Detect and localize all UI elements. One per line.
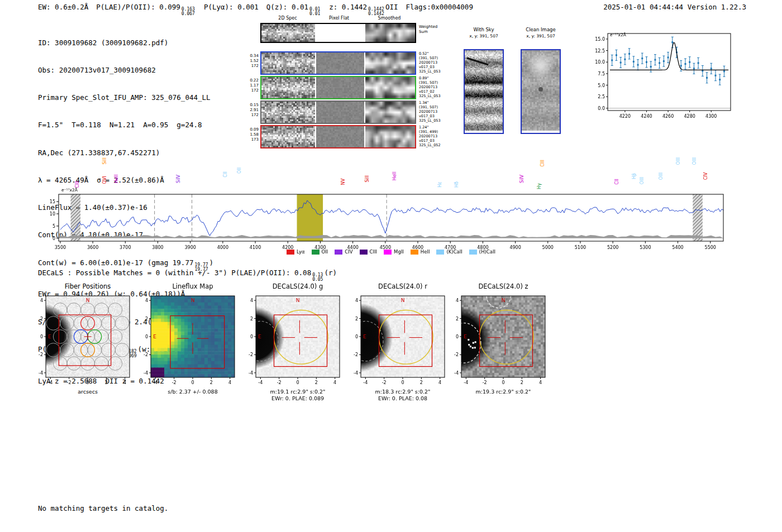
emission-line-label: SiIV: [519, 167, 525, 191]
spec2d-row3-weights: 0.152.91172: [245, 103, 259, 118]
legend-swatch: [469, 250, 477, 255]
legend-swatch: [312, 250, 320, 255]
spec2d-row4-annotation: 1.24"(391, 499)20200713v017_03325_LL_052: [419, 125, 455, 147]
spec2d-row2: [260, 76, 416, 99]
legend-label: CIV: [345, 249, 352, 255]
spec2d-row4: [260, 125, 416, 148]
panel-caption: m:18.3 rc:2.9" s:0.2": [355, 389, 450, 395]
lineflux-map-panel: Lineflux Map s/b: 2.37 +/- 0.088: [127, 282, 245, 395]
emission-line-label: Hβ: [631, 164, 637, 189]
legend-item: (K)CaII: [436, 249, 462, 255]
clean-image-coords: x, y: 391, 507: [516, 33, 566, 39]
emission-line-label: OVI: [102, 168, 108, 193]
emission-line-label: CIV: [703, 164, 709, 189]
elixer-report-page: EW: 0.6±0.2ÅP(LAE)/P(OII): 0.0990.1630.0…: [0, 0, 782, 532]
spec2d-row2-weights: 0.221.17172: [245, 78, 259, 93]
panel-title: Fiber Positions: [46, 282, 130, 290]
spec2d-row2-canvas: [261, 77, 415, 98]
legend-label: HeII: [421, 249, 430, 255]
decals-g-canvas: [232, 290, 347, 386]
catalog-footer: No matching targets in catalog. Row inte…: [38, 486, 168, 532]
legend-label: (K)CaII: [446, 249, 462, 255]
z-value: z: 0.1442: [329, 3, 367, 11]
emission-line-label: OII: [237, 159, 243, 183]
line-fit-ylabel: e⁻¹⁷x2Å: [610, 32, 626, 37]
spec2d-sum-canvas: [261, 24, 415, 42]
fiber-positions-canvas: [22, 290, 137, 386]
legend-item: HeII: [411, 249, 430, 255]
emission-line-label: SiII: [364, 167, 370, 191]
panel-xlabel: arcsecs: [40, 389, 135, 395]
emission-line-label: CII: [222, 162, 228, 187]
emission-line-label: OIII: [659, 164, 665, 189]
legend-label: OII: [322, 249, 328, 255]
panel-caption: m:19.1 rc:2.9" s:0.2": [250, 389, 345, 395]
emission-line-label: OIII: [675, 149, 681, 174]
qz-value: Q(z): 0.01: [266, 3, 308, 11]
info-line-radec: RA,Dec (271.338837,67.452271): [38, 148, 213, 157]
legend-label: CIII: [370, 249, 377, 255]
legend-item: CIV: [335, 249, 352, 255]
emission-line-label: SiIV: [176, 167, 182, 191]
col-header-2dspec: 2D Spec: [263, 16, 313, 21]
clean-image-canvas: [522, 50, 560, 131]
panel-caption2: EWr: 0. PLAE: 0.08: [355, 395, 450, 402]
emission-line-label: HeII: [113, 167, 120, 191]
panel-title: DECaLS(24.0) z: [461, 282, 545, 290]
clean-image-title: Clean Image: [516, 27, 566, 32]
emission-line-label: CIII: [540, 151, 546, 176]
info-line-id: ID: 3009109682 (3009109682.pdf): [38, 39, 213, 47]
emission-line-label: NV: [340, 170, 346, 194]
legend-label: Lyα: [297, 249, 305, 255]
plya-value: P(Lyα): 0.001: [204, 3, 259, 11]
fiber-positions-panel: Fiber Positions arcsecs: [22, 282, 140, 395]
spec2d-row2-annotation: 0.89"(391, 507)20200713v017_02325_LL_053: [419, 76, 455, 98]
col-header-pixelflat: Pixel Flat: [314, 16, 364, 21]
full-spectrum-ylabel: e⁻¹⁷x2Å: [61, 188, 78, 193]
legend-label: MgII: [394, 249, 404, 255]
panel-title: Lineflux Map: [151, 282, 235, 290]
emission-line-label: CII: [614, 170, 620, 194]
line-fit-plot: [581, 27, 737, 124]
spec2d-row3: [260, 100, 416, 124]
with-sky-title: With Sky: [459, 27, 509, 32]
legend-swatch: [384, 250, 392, 255]
col-header-smoothed: Smoothed: [364, 16, 414, 21]
emission-line-label: HeII: [392, 164, 398, 189]
emission-line-label: OIII: [639, 169, 645, 193]
z-range: 0.14420.1442: [368, 7, 384, 16]
legend-swatch: [287, 250, 294, 255]
decals-r-panel: DECaLS(24.0) r m:18.3 rc:2.9" s:0.2" EWr…: [337, 282, 455, 402]
spec2d-row1: [260, 51, 416, 75]
summary-header: EW: 0.6±0.2ÅP(LAE)/P(OII): 0.0990.1630.0…: [38, 3, 473, 16]
spec2d-row1-canvas: [261, 52, 415, 74]
footer-line1: No matching targets in catalog.: [38, 504, 168, 513]
decals-match-line: DECaLS : Possible Matches = 0 (within +/…: [38, 269, 337, 282]
legend-item: OII: [312, 249, 328, 255]
legend-item: CIII: [360, 249, 377, 255]
panel-title: DECaLS(24.0) r: [361, 282, 445, 290]
decals-z-panel: DECaLS(24.0) z m:19.3 rc:2.9" s:0.2": [438, 282, 555, 395]
legend-item: Lyα: [287, 249, 305, 255]
panel-caption: m:19.3 rc:2.9" s:0.2": [456, 389, 551, 395]
spec2d-row3-annotation: 1.34"(391, 507)20200713v017_03325_LL_053: [419, 100, 455, 123]
spec2d-row1-weights: 0.341.52172: [245, 54, 259, 69]
spec2d-row4-canvas: [261, 126, 415, 147]
2d-spec-section: 2D Spec Pixel Flat Smoothed WeightedSum …: [260, 16, 461, 150]
lineflux-map-canvas: [127, 290, 242, 386]
spec2d-row4-weights: 0.091.58173: [245, 127, 259, 142]
legend-swatch: [335, 250, 342, 255]
legend-label: (H)CaII: [479, 249, 495, 255]
panel-title: DECaLS(24.0) g: [256, 282, 340, 290]
z-type: OII: [385, 3, 398, 11]
decals-z-canvas: [438, 290, 552, 386]
spec2d-sum-strip: [260, 23, 416, 43]
plae-poii-value: P(LAE)/P(OII): 0.099: [96, 3, 180, 11]
info-line-lambda: λ = 4265.49Å σ = 2.52(±0.86)Å: [38, 176, 213, 185]
info-line-seeing: F=1.5" T=0.118 N=1.21 A=0.95 g=24.8: [38, 121, 213, 130]
full-spectrum-plot: [34, 191, 737, 250]
with-sky-canvas: [465, 50, 503, 131]
info-line-obs: Obs: 20200713v017_3009109682: [38, 66, 213, 75]
decals-r-canvas: [337, 290, 452, 386]
with-sky-coords: x, y: 391, 507: [459, 33, 509, 39]
